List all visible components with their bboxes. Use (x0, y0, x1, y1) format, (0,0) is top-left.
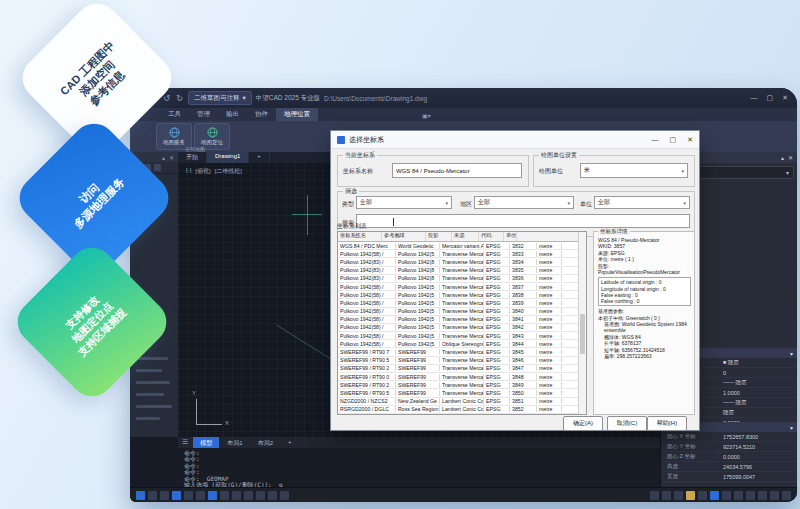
polar-icon[interactable] (172, 491, 181, 500)
palette-item[interactable] (136, 393, 164, 396)
palette-item[interactable] (136, 369, 162, 372)
drawing-unit-select[interactable]: 米 ▾ (580, 163, 688, 178)
table-row[interactable]: Pulkovo 1942(58) / Pulkovo 1942(5 Transv… (338, 332, 586, 340)
property-row[interactable]: 圆心 X 坐标 1752657.8300 (661, 432, 797, 442)
transparency-icon[interactable] (244, 491, 253, 500)
ribbon-tab[interactable]: 协作 (247, 108, 276, 121)
ortho-icon[interactable] (160, 491, 169, 500)
viewport-control[interactable]: [-] (186, 167, 191, 176)
column-header[interactable]: 坐标系统名 (338, 232, 382, 241)
cs-name-field[interactable]: WGS 84 / Pseudo-Mercator (392, 163, 522, 178)
layout-tab[interactable]: 布局2 (251, 437, 280, 448)
table-row[interactable]: SWEREF99 / RT90 2 SWEREF99 Transverse Me… (338, 381, 586, 389)
selection-cycling-icon[interactable] (256, 491, 265, 500)
annotation-icon[interactable] (280, 491, 289, 500)
ok-button[interactable]: 确定(A) (563, 416, 603, 431)
palette-tool-icon[interactable] (154, 164, 161, 171)
maximize-icon[interactable]: ▢ (767, 94, 774, 102)
column-header[interactable]: 来源 (452, 232, 479, 241)
ribbon-tab[interactable]: 输出 (218, 108, 247, 121)
coordinate-system-table[interactable]: 坐标系统名参考椭球投影来源代码单位 WGS 84 / PDC Merc Worl… (337, 231, 587, 415)
dyn-input-icon[interactable] (220, 491, 229, 500)
close-icon[interactable]: ✕ (687, 136, 693, 144)
search-input[interactable] (356, 214, 690, 228)
table-row[interactable]: RSRGD2000 / DGLC Ross Sea Region Lambert… (338, 406, 586, 414)
minimize-icon[interactable]: — (751, 94, 758, 102)
scale-a-icon[interactable] (698, 491, 707, 500)
table-row[interactable]: SWEREF99 / RT90 7 SWEREF99 Transverse Me… (338, 348, 586, 356)
layout-tab[interactable]: 模型 (193, 437, 219, 448)
collapse-icon[interactable]: ▴ (162, 154, 165, 161)
column-header[interactable]: 参考椭球 (382, 232, 426, 241)
osnap-icon[interactable] (184, 491, 193, 500)
table-row[interactable]: WGS 84 / PDC Merc World Geodetic Mercato… (338, 242, 586, 250)
unit-filter-select[interactable]: 全部 ▾ (594, 196, 690, 209)
palette-item[interactable] (136, 405, 172, 408)
isolate-icon[interactable] (746, 491, 755, 500)
table-row[interactable]: NZGD2000 / NZCS2 New Zealand Ge Lambert … (338, 398, 586, 406)
monitor-icon[interactable] (710, 491, 719, 500)
close-icon[interactable]: ✕ (788, 154, 793, 161)
otrack-icon[interactable] (196, 491, 205, 500)
table-row[interactable]: Pulkovo 1942(58) / Pulkovo 1942(5 Transv… (338, 308, 586, 316)
table-row[interactable]: Pulkovo 1942(83) / Pulkovo 1942(8 Transv… (338, 275, 586, 283)
collapse-icon[interactable]: ▴ (781, 154, 784, 161)
scrollbar-thumb[interactable] (580, 314, 585, 354)
snap-icon[interactable] (136, 491, 145, 500)
lineweight-icon[interactable] (232, 491, 241, 500)
type-filter-select[interactable]: 全部 ▾ (356, 196, 452, 209)
table-scrollbar[interactable] (578, 232, 586, 414)
table-row[interactable]: Pulkovo 1942(58) / Pulkovo 1942(5 Obliqu… (338, 340, 586, 348)
table-row[interactable]: Pulkovo 1942(83) / Pulkovo 1942(8 Transv… (338, 258, 586, 266)
hardware-icon[interactable] (758, 491, 767, 500)
table-row[interactable]: SWEREF99 / RT90 2 SWEREF99 Transverse Me… (338, 365, 586, 373)
table-row[interactable]: Pulkovo 1942(58) / Pulkovo 1942(5 Transv… (338, 299, 586, 307)
ribbon-tab[interactable]: 工具 (160, 108, 189, 121)
viewport-control[interactable]: [二维线框] (215, 167, 242, 176)
palette-item[interactable] (136, 417, 160, 420)
minimize-icon[interactable]: — (652, 136, 659, 144)
property-row[interactable]: 圆心 Z 坐标 0.0000 (661, 452, 797, 462)
layout-grid-icon[interactable] (662, 491, 671, 500)
region-filter-select[interactable]: 全部 ▾ (474, 196, 574, 209)
palette-item[interactable] (136, 381, 170, 384)
redo-icon[interactable]: ↻ (175, 94, 184, 103)
column-header[interactable]: 投影 (426, 232, 452, 241)
workspace-switcher[interactable]: 二维草图与注释 ▾ (188, 91, 252, 105)
file-tab[interactable]: 开始 (178, 152, 207, 163)
close-icon[interactable]: ✕ (169, 154, 174, 161)
command-history[interactable]: 命令:命令:命令:命令:命令: _GEOMAP输入选项 [获取(G)/删除(C)… (178, 448, 660, 490)
table-row[interactable]: SWEREF99 / RT90 5 SWEREF99 Transverse Me… (338, 357, 586, 365)
workspace-gear-icon[interactable] (722, 491, 731, 500)
units-icon[interactable] (268, 491, 277, 500)
property-row[interactable]: 圆心 Y 坐标 923714.5210 (661, 442, 797, 452)
table-row[interactable]: Pulkovo 1942(58) / Pulkovo 1942(5 Transv… (338, 283, 586, 291)
close-icon[interactable]: ✕ (782, 94, 788, 102)
column-header[interactable]: 单位 (504, 232, 517, 241)
palette-item[interactable] (136, 357, 168, 360)
property-row[interactable]: 宽度 175099.0047 (661, 472, 797, 482)
layout-tab[interactable]: 布局1 (220, 437, 249, 448)
lock-icon[interactable] (734, 491, 743, 500)
annotation-scale-icon[interactable] (686, 491, 695, 500)
cancel-button[interactable]: 取消(C) (607, 416, 647, 431)
ribbon-tab[interactable]: 管理 (189, 108, 218, 121)
layout-tab[interactable]: + (281, 437, 299, 448)
table-row[interactable]: SWEREF99 / RT90 5 SWEREF99 Transverse Me… (338, 389, 586, 397)
table-row[interactable]: Pulkovo 1942(83) / Pulkovo 1942(8 Transv… (338, 267, 586, 275)
table-row[interactable]: Pulkovo 1942(58) / Pulkovo 1942(5 Transv… (338, 324, 586, 332)
file-tab[interactable]: + (249, 152, 270, 163)
maximize-icon[interactable]: ▢ (670, 136, 677, 144)
table-row[interactable]: County ST74 SWEREF99 Transverse Mercato … (338, 414, 586, 415)
viewport-control[interactable]: [俯视] (195, 167, 210, 176)
table-row[interactable]: Pulkovo 1942(58) / Pulkovo 1942(5 Transv… (338, 250, 586, 258)
ribbon-tab[interactable]: 地理位置 (276, 108, 318, 121)
ribbon-more-icon[interactable]: ▣▾ (422, 110, 431, 119)
customize-icon[interactable] (782, 491, 791, 500)
crosshair-icon[interactable] (674, 491, 683, 500)
table-row[interactable]: SWEREF99 / RT90 0 SWEREF99 Transverse Me… (338, 373, 586, 381)
grid-icon[interactable] (148, 491, 157, 500)
table-row[interactable]: Pulkovo 1942(58) / Pulkovo 1942(5 Transv… (338, 316, 586, 324)
file-tab[interactable]: Drawing1 (207, 152, 249, 163)
ducs-icon[interactable] (208, 491, 217, 500)
